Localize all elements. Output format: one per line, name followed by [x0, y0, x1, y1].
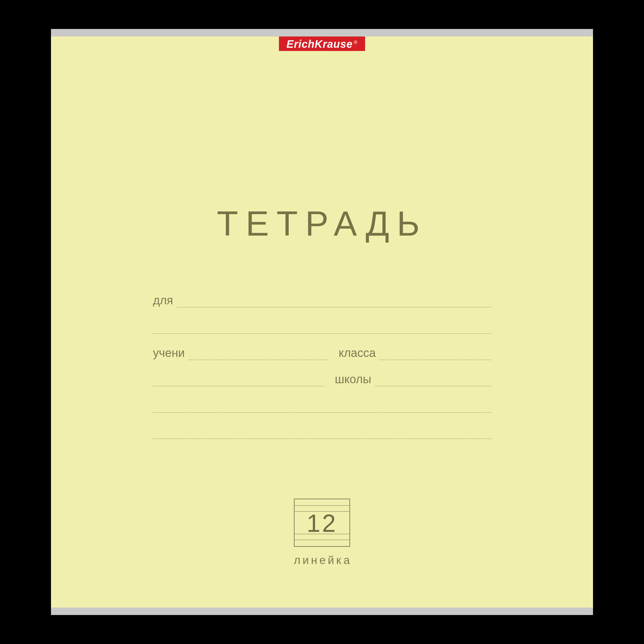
row-school: школы — [153, 360, 491, 386]
cover-title: ТЕТРАДЬ — [51, 203, 593, 244]
product-image-stage: ErichKrause® ТЕТРАДЬ для учени класса шк — [0, 0, 644, 644]
page-count: 12 — [307, 508, 337, 537]
notebook-cover: ErichKrause® ТЕТРАДЬ для учени класса шк — [51, 29, 593, 615]
label-student: учени — [153, 346, 188, 360]
fill-line — [188, 360, 328, 360]
row-blank-3 — [153, 413, 491, 439]
fill-line — [177, 307, 491, 308]
row-for: для — [153, 281, 491, 308]
fill-line — [153, 386, 324, 386]
staple-strip-bottom — [51, 608, 593, 615]
fill-line — [153, 333, 491, 334]
registered-mark: ® — [354, 40, 357, 45]
page-indicator: 12 линейка — [294, 499, 350, 567]
row-student-class: учени класса — [153, 334, 491, 360]
brand-name: ErichKrause — [287, 38, 353, 50]
fill-line — [153, 412, 491, 413]
staple-strip-top — [51, 29, 593, 36]
fill-line — [379, 360, 491, 360]
ruling-label: линейка — [294, 554, 350, 567]
label-for: для — [153, 294, 177, 308]
fill-line — [153, 438, 491, 439]
fill-line — [375, 386, 491, 386]
brand-badge: ErichKrause® — [279, 36, 365, 51]
row-blank-1 — [153, 308, 491, 334]
ruling-icon: 12 — [294, 499, 350, 547]
label-class: класса — [339, 346, 379, 360]
row-blank-2 — [153, 386, 491, 413]
cover-form: для учени класса школы — [153, 281, 491, 439]
label-school: школы — [335, 372, 375, 386]
